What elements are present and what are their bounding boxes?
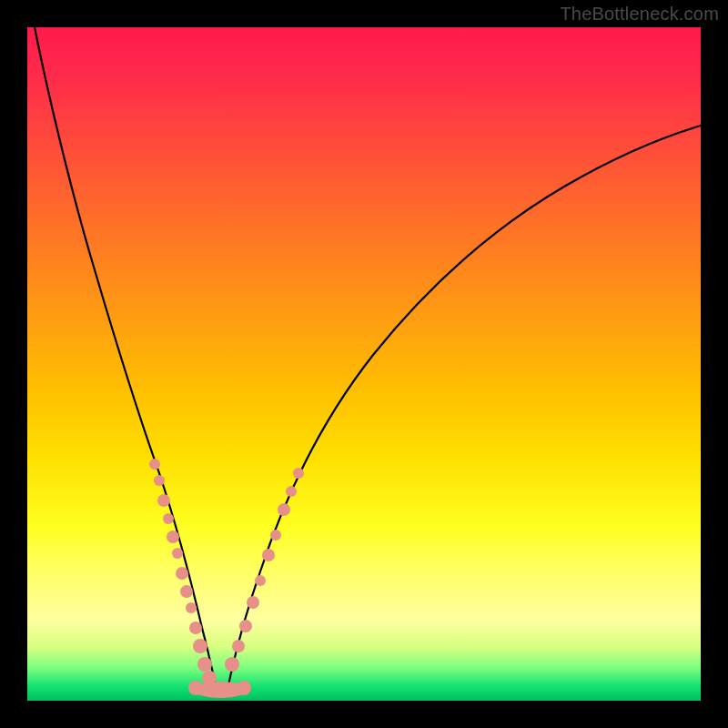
plot-area: [27, 27, 701, 701]
dot-right: [239, 620, 252, 632]
dot-left: [193, 639, 207, 653]
dot-left: [180, 585, 193, 598]
dot-left: [172, 548, 183, 559]
dot-right: [278, 503, 290, 516]
dot-left: [149, 459, 160, 470]
dot-right: [262, 549, 275, 561]
dot-right: [225, 657, 239, 672]
dot-left: [197, 657, 212, 672]
bottleneck-curve: [35, 27, 701, 693]
dot-right: [286, 486, 297, 497]
watermark-text: TheBottleneck.com: [560, 4, 719, 25]
dot-bottom: [237, 681, 251, 695]
dot-right: [270, 530, 281, 541]
dot-bottom: [188, 681, 203, 695]
dot-left: [163, 513, 174, 524]
dot-right: [247, 596, 259, 609]
chart-frame: TheBottleneck.com: [0, 0, 728, 728]
dot-left: [189, 622, 202, 634]
dot-right: [293, 468, 304, 479]
curve-svg: [27, 27, 701, 701]
dot-left: [167, 531, 179, 543]
dot-left: [154, 475, 165, 486]
dot-left: [157, 494, 170, 507]
dot-right: [255, 575, 266, 586]
dot-right: [232, 640, 245, 652]
dot-left: [186, 602, 197, 613]
dot-left: [176, 567, 188, 580]
